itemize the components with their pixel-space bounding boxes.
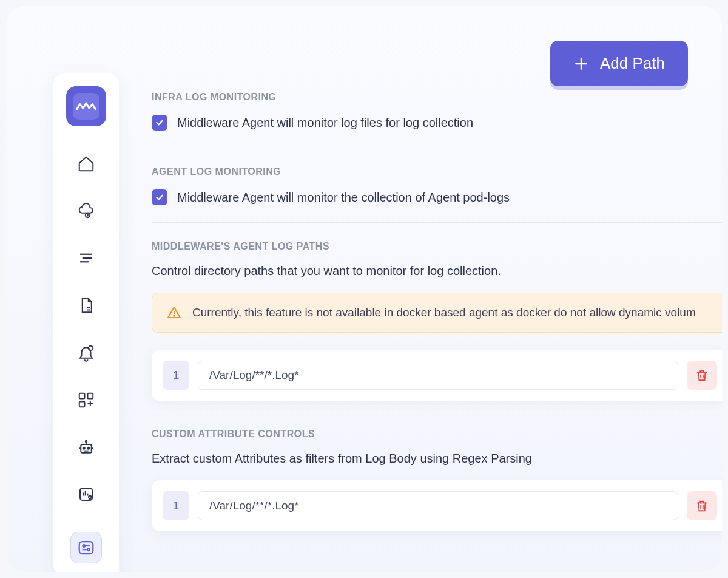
infra-checkbox-label: Middleware Agent will monitor log files … <box>177 116 473 130</box>
svg-rect-9 <box>79 401 85 407</box>
add-path-label: Add Path <box>600 54 665 73</box>
bot-icon[interactable] <box>76 438 96 457</box>
home-icon[interactable] <box>76 154 96 174</box>
agent-checkbox-label: Middleware Agent will monitor the collec… <box>177 191 510 205</box>
delete-custom-button[interactable] <box>687 491 717 520</box>
agent-checkbox[interactable] <box>152 189 167 205</box>
custom-row: 1 <box>152 480 722 531</box>
infra-checkbox[interactable] <box>152 115 167 131</box>
app-logo[interactable] <box>66 86 106 126</box>
svg-rect-8 <box>88 393 93 398</box>
check-icon <box>155 192 164 202</box>
divider <box>152 148 722 148</box>
sidebar <box>53 73 119 572</box>
custom-input[interactable] <box>198 491 678 520</box>
cloud-cost-icon[interactable] <box>76 201 96 220</box>
warning-icon <box>167 305 181 320</box>
apps-icon[interactable] <box>76 390 96 410</box>
user-analytics-icon[interactable] <box>76 484 96 504</box>
svg-point-24 <box>174 315 175 316</box>
svg-point-11 <box>83 447 85 449</box>
main-content: Add Path INFRA LOG MONITORING Middleware… <box>140 41 722 572</box>
delete-path-button[interactable] <box>687 361 717 390</box>
alert-text: Currently, this feature is not available… <box>192 306 696 319</box>
path-input[interactable] <box>198 361 678 390</box>
svg-rect-16 <box>79 542 93 554</box>
custom-section-desc: Extract custom Attributes as filters fro… <box>152 452 722 466</box>
agent-section-title: AGENT LOG MONITORING <box>152 166 722 177</box>
check-icon <box>155 118 164 127</box>
svg-rect-7 <box>79 393 85 398</box>
path-row: 1 <box>152 350 722 401</box>
svg-point-13 <box>86 440 87 442</box>
paths-section-title: MIDDLEWARE'S AGENT LOG PATHS <box>152 241 722 252</box>
logs-icon[interactable] <box>76 248 96 268</box>
custom-number: 1 <box>163 491 189 520</box>
settings-icon[interactable] <box>70 532 102 563</box>
infra-section-title: INFRA LOG MONITORING <box>152 92 722 103</box>
svg-point-19 <box>87 548 90 551</box>
path-number: 1 <box>163 361 189 390</box>
paths-section-desc: Control directory paths that you want to… <box>152 264 722 278</box>
trash-icon <box>695 369 709 382</box>
trash-icon <box>695 499 709 512</box>
svg-point-17 <box>83 545 85 547</box>
custom-section-title: CUSTOM ATTRIBUTE CONTROLS <box>152 429 722 440</box>
svg-point-12 <box>87 447 89 449</box>
warning-alert: Currently, this feature is not available… <box>152 293 722 333</box>
alerts-icon[interactable] <box>76 343 96 362</box>
divider <box>152 222 722 223</box>
document-icon[interactable] <box>76 296 96 315</box>
plus-icon <box>573 56 589 72</box>
svg-point-15 <box>89 496 92 499</box>
